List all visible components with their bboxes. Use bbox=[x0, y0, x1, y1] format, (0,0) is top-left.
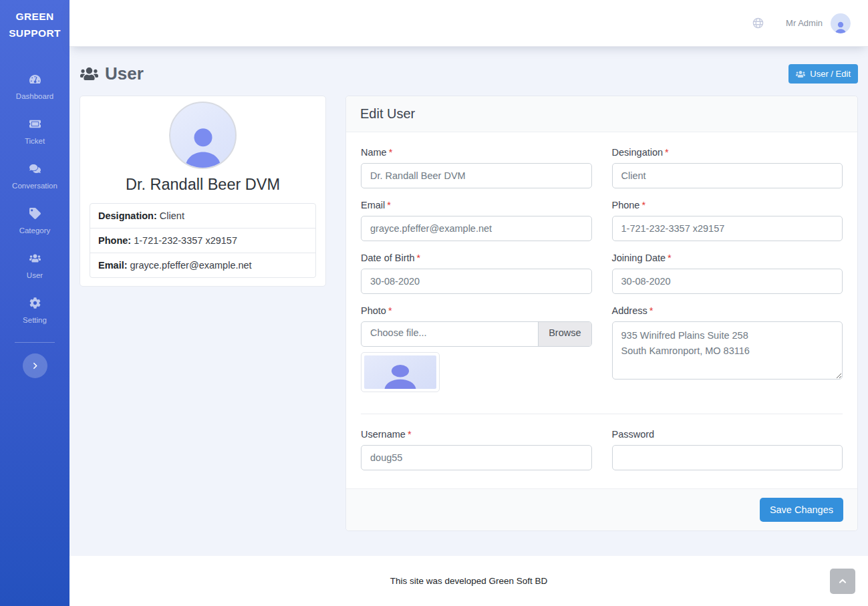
phone-label: Phone* bbox=[612, 200, 843, 210]
ticket-icon bbox=[29, 118, 41, 130]
username-field: Username* bbox=[361, 429, 592, 470]
chevron-up-icon bbox=[838, 577, 847, 586]
photo-preview bbox=[361, 352, 440, 392]
designation-label: Desingation* bbox=[612, 147, 843, 158]
photo-file-input[interactable]: Choose file... Browse bbox=[361, 321, 592, 347]
card-title: Edit User bbox=[346, 96, 857, 132]
person-icon bbox=[381, 363, 420, 389]
required-asterisk: * bbox=[387, 200, 391, 210]
required-asterisk: * bbox=[408, 429, 412, 440]
user-menu[interactable]: Mr Admin bbox=[786, 13, 851, 33]
profile-detail-list: Designation: Client Phone: 1-721-232-335… bbox=[90, 203, 316, 278]
photo-label: Photo* bbox=[361, 305, 592, 316]
page-title-text: User bbox=[105, 63, 144, 84]
joining-date-field: Joining Date* bbox=[612, 253, 843, 294]
name-label: Name* bbox=[361, 147, 592, 158]
profile-detail-designation: Designation: Client bbox=[90, 204, 315, 228]
footer: This site was developed Green Soft BD bbox=[69, 556, 868, 606]
profile-detail-email: Email: grayce.pfeffer@example.net bbox=[90, 253, 315, 277]
photo-preview-image bbox=[364, 355, 436, 389]
person-icon bbox=[833, 20, 848, 33]
topbar: Mr Admin bbox=[69, 0, 868, 47]
detail-value: grayce.pfeffer@example.net bbox=[128, 260, 252, 271]
name-field: Name* bbox=[361, 147, 592, 188]
scroll-top-button[interactable] bbox=[830, 569, 855, 594]
address-textarea[interactable]: 935 Winifred Plains Suite 258 South Kamr… bbox=[612, 321, 843, 380]
users-icon bbox=[29, 253, 41, 264]
profile-name: Dr. Randall Beer DVM bbox=[88, 176, 317, 194]
detail-value: Client bbox=[157, 210, 184, 221]
settings-gear-icon bbox=[29, 297, 41, 309]
dob-field: Date of Birth* bbox=[361, 253, 592, 294]
required-asterisk: * bbox=[649, 305, 654, 316]
name-input[interactable] bbox=[361, 163, 592, 188]
dob-input[interactable] bbox=[361, 269, 592, 294]
required-asterisk: * bbox=[417, 253, 421, 263]
joining-date-input[interactable] bbox=[612, 269, 843, 294]
edit-user-card: Edit User Name* Desingation* Email* bbox=[345, 96, 858, 531]
content-row: Dr. Randall Beer DVM Designation: Client… bbox=[69, 96, 868, 531]
users-icon bbox=[80, 65, 98, 83]
required-asterisk: * bbox=[668, 253, 672, 263]
sidebar-item-label: Category bbox=[19, 226, 51, 235]
password-input[interactable] bbox=[612, 445, 843, 470]
sidebar-item-label: Setting bbox=[23, 316, 47, 324]
sidebar-item-label: Ticket bbox=[25, 137, 45, 145]
page-header: User User / Edit bbox=[69, 47, 868, 96]
sidebar-item-category[interactable]: Category bbox=[0, 200, 69, 245]
password-field: Password bbox=[612, 429, 843, 470]
card-footer: Save Changes bbox=[346, 488, 857, 531]
email-input[interactable] bbox=[361, 216, 592, 241]
user-name: Mr Admin bbox=[786, 18, 823, 28]
designation-input[interactable] bbox=[612, 163, 843, 188]
users-icon bbox=[796, 69, 805, 79]
sidebar-collapse-button[interactable] bbox=[23, 353, 47, 378]
password-label: Password bbox=[612, 429, 843, 440]
profile-detail-phone: Phone: 1-721-232-3357 x29157 bbox=[90, 228, 315, 253]
globe-icon[interactable] bbox=[752, 17, 764, 29]
person-icon bbox=[179, 122, 227, 169]
sidebar-item-user[interactable]: User bbox=[0, 245, 69, 289]
footer-text: This site was developed Green Soft BD bbox=[390, 576, 548, 586]
chevron-right-icon bbox=[31, 361, 39, 370]
profile-avatar bbox=[169, 102, 237, 169]
brand-line2: SUPPORT bbox=[3, 25, 67, 41]
dashboard-icon bbox=[29, 73, 41, 85]
user-edit-button-label: User / Edit bbox=[810, 69, 851, 79]
sidebar-item-dashboard[interactable]: Dashboard bbox=[0, 65, 69, 110]
edit-form-body: Name* Desingation* Email* Phone* bbox=[346, 132, 857, 488]
required-asterisk: * bbox=[389, 147, 393, 158]
browse-button[interactable]: Browse bbox=[538, 322, 591, 346]
sidebar-item-label: User bbox=[27, 271, 43, 279]
page-title: User bbox=[80, 63, 144, 84]
sidebar-item-conversation[interactable]: Conversation bbox=[0, 155, 69, 200]
sidebar-nav: Dashboard Ticket Conversation Category U… bbox=[0, 65, 69, 334]
user-edit-button[interactable]: User / Edit bbox=[788, 64, 858, 84]
detail-value: 1-721-232-3357 x29157 bbox=[131, 235, 237, 246]
profile-card: Dr. Randall Beer DVM Designation: Client… bbox=[80, 96, 326, 287]
sidebar: GREEN SUPPORT Dashboard Ticket Conversat… bbox=[0, 0, 69, 606]
sidebar-item-ticket[interactable]: Ticket bbox=[0, 110, 69, 155]
address-label: Address* bbox=[612, 305, 843, 316]
save-changes-button[interactable]: Save Changes bbox=[760, 498, 843, 522]
address-field: Address* 935 Winifred Plains Suite 258 S… bbox=[612, 305, 843, 392]
required-asterisk: * bbox=[665, 147, 669, 158]
brand-logo[interactable]: GREEN SUPPORT bbox=[0, 0, 69, 52]
required-asterisk: * bbox=[388, 305, 392, 316]
sidebar-item-setting[interactable]: Setting bbox=[0, 289, 69, 334]
brand-line1: GREEN bbox=[3, 8, 67, 25]
form-divider bbox=[361, 414, 843, 414]
sidebar-divider bbox=[15, 342, 55, 343]
detail-label: Designation: bbox=[98, 210, 157, 221]
dob-label: Date of Birth* bbox=[361, 253, 592, 263]
main-area: Mr Admin User User / Edit Dr bbox=[69, 0, 868, 606]
email-field: Email* bbox=[361, 200, 592, 241]
file-placeholder: Choose file... bbox=[361, 322, 538, 346]
app-window: GREEN SUPPORT Dashboard Ticket Conversat… bbox=[0, 0, 868, 606]
phone-input[interactable] bbox=[612, 216, 843, 241]
detail-label: Phone: bbox=[98, 235, 131, 246]
detail-label: Email: bbox=[98, 260, 128, 271]
category-tag-icon bbox=[29, 208, 41, 219]
required-asterisk: * bbox=[641, 200, 645, 210]
username-input[interactable] bbox=[361, 445, 592, 470]
